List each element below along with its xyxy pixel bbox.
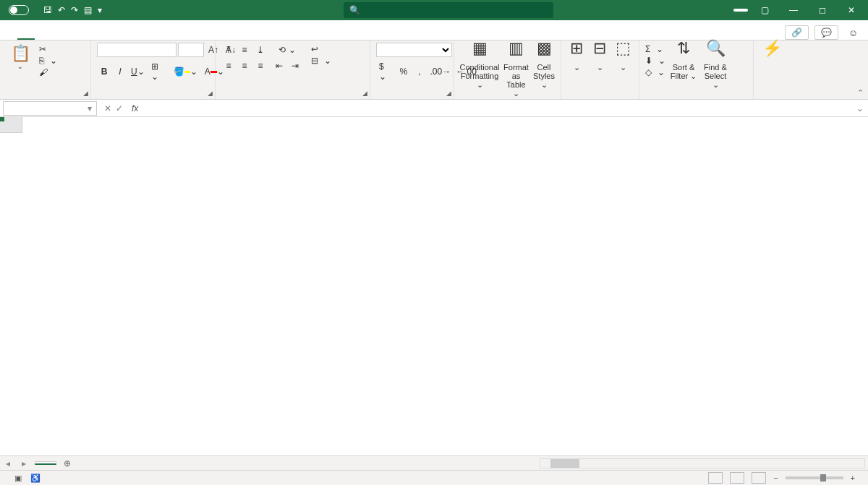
copy-button[interactable]: ⎘ ⌄ — [39, 56, 57, 66]
page-layout-view-button[interactable] — [730, 472, 744, 484]
sort-filter-button[interactable]: ⇅Sort &Filter ⌄ — [670, 43, 697, 80]
align-center-button[interactable]: ≡ — [237, 59, 252, 73]
tab-formulas[interactable] — [69, 33, 87, 40]
number-launcher[interactable]: ◢ — [446, 90, 451, 97]
collapse-ribbon-button[interactable]: ⌃ — [857, 88, 864, 98]
increase-decimal-button[interactable]: .00→ — [428, 64, 453, 79]
align-middle-button[interactable]: ≡ — [237, 43, 252, 57]
cut-button[interactable]: ✂ — [39, 44, 57, 54]
orientation-button[interactable]: ⟲ ⌄ — [272, 43, 302, 57]
horizontal-scrollbar[interactable] — [540, 458, 865, 468]
find-select-button[interactable]: 🔍Find &Select ⌄ — [702, 43, 729, 89]
zoom-out-button[interactable]: − — [773, 474, 778, 482]
borders-button[interactable]: ⊞ ⌄ — [148, 64, 169, 79]
format-painter-button[interactable]: 🖌 — [39, 67, 57, 77]
currency-button[interactable]: $ ⌄ — [376, 64, 395, 79]
zoom-in-button[interactable]: + — [851, 474, 855, 482]
comments-button[interactable]: 💬 — [814, 25, 838, 40]
undo-icon[interactable]: ↶ — [58, 5, 65, 15]
normal-view-button[interactable] — [708, 472, 723, 484]
cancel-formula-icon[interactable]: ✕ — [104, 103, 111, 114]
tab-insert[interactable] — [35, 33, 52, 40]
cell-styles-button[interactable]: ▩CellStyles ⌄ — [533, 43, 555, 89]
sheet-nav-next[interactable]: ▸ — [16, 458, 32, 468]
number-format-select[interactable] — [376, 43, 452, 57]
increase-indent-button[interactable]: ⇥ — [288, 59, 302, 73]
tab-home[interactable] — [17, 31, 35, 40]
align-right-button[interactable]: ≡ — [253, 59, 268, 73]
spreadsheet-grid[interactable] — [0, 117, 868, 455]
share-button[interactable]: 🔗 — [785, 25, 809, 40]
group-styles: ▦ConditionalFormatting ⌄ ▥Format asTable… — [454, 40, 561, 99]
align-left-button[interactable]: ≡ — [221, 59, 236, 73]
align-top-button[interactable]: ⤒ — [221, 43, 236, 57]
brush-icon: 🖌 — [39, 67, 48, 77]
delete-cells-button[interactable]: ⊟⌄ — [590, 43, 609, 72]
page-break-view-button[interactable] — [752, 472, 766, 484]
table-icon: ▥ — [509, 44, 524, 63]
sigma-icon: Σ — [645, 44, 650, 54]
font-launcher[interactable]: ◢ — [208, 90, 213, 97]
clipboard-launcher[interactable]: ◢ — [83, 90, 88, 97]
paste-button[interactable]: 📋 ⌄ — [6, 43, 35, 70]
bold-button[interactable]: B — [97, 64, 111, 79]
sign-in-button[interactable] — [733, 9, 748, 12]
paste-icon: 📋 — [11, 44, 30, 63]
maximize-icon[interactable]: ◻ — [810, 5, 835, 15]
qat-more-icon[interactable]: ▾ — [98, 5, 102, 15]
sort-icon: ⇅ — [677, 44, 690, 63]
conditional-formatting-button[interactable]: ▦ConditionalFormatting ⌄ — [460, 43, 499, 89]
sheet-nav-prev[interactable]: ◂ — [0, 458, 16, 468]
align-bottom-button[interactable]: ⤓ — [253, 43, 268, 57]
save-icon[interactable]: 🖫 — [43, 5, 52, 15]
format-as-table-button[interactable]: ▥Format asTable ⌄ — [503, 43, 529, 98]
minimize-icon[interactable]: — — [781, 5, 806, 15]
delete-icon: ⊟ — [593, 44, 606, 63]
ribbon-tabs: 🔗 💬 ☺ — [0, 20, 868, 40]
tab-page-layout[interactable] — [52, 33, 69, 40]
fill-button[interactable]: ⬇ ⌄ — [645, 56, 665, 66]
sheet-tab-active[interactable] — [35, 461, 56, 465]
tab-review[interactable] — [104, 33, 122, 40]
alignment-launcher[interactable]: ◢ — [362, 90, 367, 97]
zoom-slider[interactable] — [786, 476, 843, 479]
touch-mode-icon[interactable]: ▤ — [84, 5, 92, 15]
comma-button[interactable]: , — [412, 64, 427, 79]
formula-bar: ▾ ✕ ✓ fx ⌄ — [0, 100, 868, 117]
tab-developer[interactable] — [139, 33, 156, 40]
help-icon[interactable]: ☺ — [844, 27, 862, 38]
format-icon: ⬚ — [616, 44, 631, 63]
italic-button[interactable]: I — [113, 64, 127, 79]
enter-formula-icon[interactable]: ✓ — [116, 103, 123, 114]
accessibility-status[interactable]: ♿ — [30, 474, 41, 483]
ribbon-display-icon[interactable]: ▢ — [752, 5, 777, 15]
search-box[interactable]: 🔍 — [344, 2, 553, 18]
tab-data[interactable] — [87, 33, 104, 40]
autosum-button[interactable]: Σ ⌄ — [645, 44, 665, 54]
macro-record-icon[interactable]: ▣ — [14, 474, 22, 483]
format-cells-button[interactable]: ⬚⌄ — [614, 43, 633, 72]
insert-cells-button[interactable]: ⊞⌄ — [567, 43, 586, 72]
clear-button[interactable]: ◇ ⌄ — [645, 67, 665, 77]
wrap-text-button[interactable]: ↩ — [311, 44, 331, 54]
redo-icon[interactable]: ↷ — [71, 5, 78, 15]
expand-formula-icon[interactable]: ⌄ — [852, 103, 868, 114]
tab-file[interactable] — [0, 33, 17, 40]
ideas-button[interactable]: ⚡ — [760, 43, 784, 63]
autosave-toggle[interactable] — [6, 5, 32, 15]
percent-button[interactable]: % — [396, 64, 411, 79]
fx-icon[interactable]: fx — [127, 103, 142, 114]
group-cells: ⊞⌄ ⊟⌄ ⬚⌄ — [561, 40, 639, 99]
cond-format-icon: ▦ — [472, 44, 488, 63]
font-name-select[interactable] — [97, 43, 176, 57]
close-icon[interactable]: ✕ — [839, 5, 864, 15]
underline-button[interactable]: U ⌄ — [129, 64, 147, 79]
name-box[interactable]: ▾ — [3, 101, 97, 116]
tab-view[interactable] — [122, 33, 139, 40]
font-size-select[interactable] — [178, 43, 204, 57]
decrease-indent-button[interactable]: ⇤ — [272, 59, 286, 73]
fill-color-button[interactable]: 🪣 ⌄ — [171, 64, 200, 79]
group-alignment: ⤒ ≡ ⤓ ≡ ≡ ≡ ⟲ ⌄ ⇤ ⇥ ↩ ⊟ ⌄ ◢ — [216, 40, 370, 99]
merge-center-button[interactable]: ⊟ ⌄ — [311, 56, 331, 66]
add-sheet-button[interactable]: ⊕ — [56, 458, 78, 468]
